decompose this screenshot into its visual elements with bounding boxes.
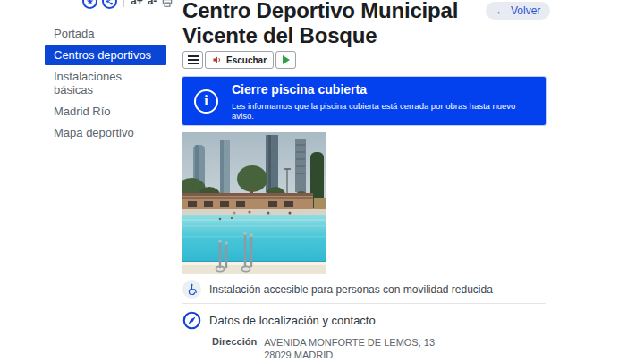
back-button-label: Volver [511, 4, 540, 17]
page: ★ a+ a- Portada Centros deportivos Insta… [0, 0, 644, 362]
address-line1: AVENIDA MONFORTE DE LEMOS, 13 [264, 336, 435, 349]
readspeaker-menu-icon[interactable] [182, 51, 203, 69]
info-icon: i [194, 89, 218, 114]
share-glyph [106, 0, 114, 5]
sidebar-item-portada[interactable]: Portada [45, 23, 166, 44]
alert-text-block: Cierre piscina cubierta Les informamos q… [232, 82, 534, 121]
play-button[interactable] [275, 51, 296, 69]
sidebar-item-instalaciones-basicas[interactable]: Instalaciones básicas [45, 66, 166, 100]
location-heading: Datos de localización y contacto [209, 314, 376, 327]
share-icon[interactable] [102, 0, 117, 9]
favorite-icon[interactable]: ★ [82, 0, 97, 9]
pool-photo [182, 132, 326, 274]
location-section-header: Datos de localización y contacto [182, 311, 376, 330]
speaker-icon [212, 55, 223, 65]
back-arrow-icon: ← [496, 4, 506, 17]
text-decrease-button[interactable]: a- [148, 0, 157, 9]
closure-alert: i Cierre piscina cubierta Les informamos… [182, 77, 546, 125]
address-line2: 28029 MADRID [264, 349, 435, 361]
alert-message: Les informamos que la piscina cubierta e… [232, 101, 534, 121]
separator [123, 0, 124, 7]
play-icon [283, 55, 290, 64]
quick-actions-bar: ★ a+ a- [82, 0, 174, 9]
sidebar-nav: Portada Centros deportivos Instalaciones… [45, 23, 166, 144]
star-glyph: ★ [86, 0, 94, 6]
sidebar-item-madrid-rio[interactable]: Madrid Río [45, 101, 166, 122]
address-row: Dirección AVENIDA MONFORTE DE LEMOS, 13 … [212, 336, 435, 361]
readspeaker-toolbar: Escuchar [182, 51, 296, 69]
sidebar-item-centros-deportivos[interactable]: Centros deportivos [45, 45, 166, 65]
address-value: AVENIDA MONFORTE DE LEMOS, 13 28029 MADR… [264, 336, 435, 361]
accessibility-text: Instalación accesible para personas con … [209, 283, 493, 296]
pool-photo-art [182, 132, 326, 274]
print-icon[interactable] [161, 0, 174, 8]
address-label: Dirección [212, 336, 257, 361]
listen-button[interactable]: Escuchar [205, 51, 274, 69]
alert-title: Cierre piscina cubierta [232, 82, 534, 97]
sidebar-item-mapa-deportivo[interactable]: Mapa deportivo [45, 122, 166, 143]
wheelchair-icon [182, 280, 201, 299]
section-divider [182, 303, 546, 304]
accessibility-row: Instalación accesible para personas con … [182, 280, 493, 299]
page-title: Centro Deportivo Municipal Vicente del B… [182, 0, 496, 48]
back-button[interactable]: ← Volver [486, 2, 550, 20]
listen-button-label: Escuchar [226, 55, 267, 65]
compass-icon [182, 311, 201, 330]
text-increase-button[interactable]: a+ [131, 0, 143, 9]
